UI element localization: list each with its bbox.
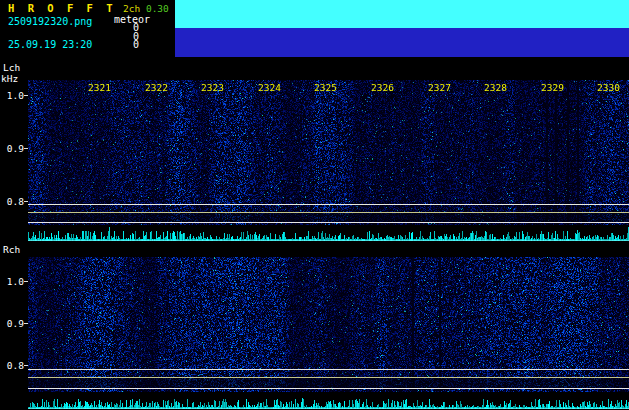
rch-signal-strip xyxy=(28,394,629,410)
carrier-dark-band xyxy=(28,213,629,222)
time-tick-label: 2324 xyxy=(258,82,281,93)
carrier-line xyxy=(28,212,629,213)
freq-tick-label: 1.0 xyxy=(6,276,24,287)
carrier-line xyxy=(28,369,629,370)
time-tick-label: 2323 xyxy=(201,82,224,93)
carrier-line xyxy=(28,204,629,205)
carrier-dark-band xyxy=(28,378,629,388)
channel-mode: 2ch xyxy=(123,3,140,14)
time-tick-label: 2329 xyxy=(541,82,564,93)
app-title: H R O F F T xyxy=(8,2,116,14)
freq-tick-label: 0.9 xyxy=(6,318,24,329)
baseline-separator xyxy=(28,388,629,389)
carrier-line xyxy=(28,377,629,378)
rch-spectrogram xyxy=(28,257,629,392)
freq-tick-label: 0.8 xyxy=(6,196,24,207)
hrofft-output-screen: H R O F F T 2ch 0.30 2509192320.png mete… xyxy=(0,0,629,410)
lch-spectrogram-panel: 2321 2322 2323 2324 2325 2326 2327 2328 … xyxy=(28,80,629,225)
channel-mode-version: 2ch 0.30 xyxy=(123,3,169,14)
meteor-count-3: 0 xyxy=(119,39,139,50)
lch-signal-strip xyxy=(28,226,629,242)
freq-tick-label: 0.9 xyxy=(6,143,24,154)
time-tick-label: 2330 xyxy=(597,82,620,93)
observer-info-block: Ovserver : ex. JR7CYX [ kid ] Receiving … xyxy=(175,0,629,28)
time-tick-label: 2326 xyxy=(371,82,394,93)
lch-axis-label: Lch xyxy=(3,62,20,73)
timestamp: 25.09.19 23:20 xyxy=(8,39,92,50)
time-tick-label: 2328 xyxy=(484,82,507,93)
baseline-separator xyxy=(28,222,629,223)
freq-tick-label: 0.8 xyxy=(6,360,24,371)
time-tick-label: 2325 xyxy=(314,82,337,93)
rch-axis-label: Rch xyxy=(3,244,20,255)
time-tick-label: 2327 xyxy=(428,82,451,93)
output-filename: 2509192320.png xyxy=(8,16,92,27)
app-version: 0.30 xyxy=(146,3,169,14)
receiver-config-block: L-ch:ex. UV5R 113.900Mhz(SAPPORO VOR)USB… xyxy=(175,28,629,57)
time-tick-label: 2322 xyxy=(145,82,168,93)
time-tick-label: 2321 xyxy=(88,82,111,93)
freq-tick-label: 1.0 xyxy=(6,90,24,101)
rch-spectrogram-panel xyxy=(28,257,629,392)
freq-unit-label: kHz xyxy=(1,73,18,84)
